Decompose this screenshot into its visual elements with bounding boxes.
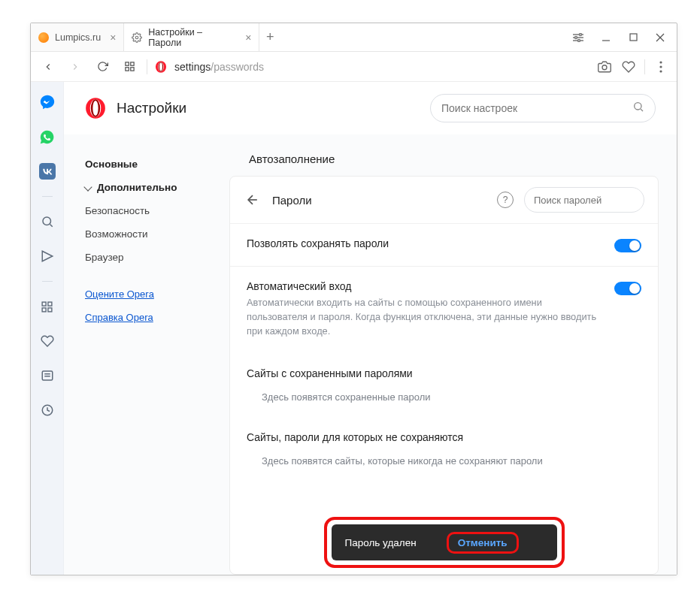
address-bar: settings/passwords bbox=[31, 52, 677, 82]
tab-title: Настройки – Пароли bbox=[148, 27, 236, 48]
easy-setup-icon[interactable] bbox=[565, 33, 591, 42]
toast-message: Пароль удален bbox=[345, 537, 417, 548]
svg-rect-8 bbox=[630, 34, 637, 41]
main: Настройки Основные Дополнительно Безопас… bbox=[31, 82, 677, 575]
heart-icon[interactable] bbox=[620, 59, 637, 75]
close-tab-icon[interactable]: × bbox=[245, 32, 251, 44]
search-icon[interactable] bbox=[38, 212, 57, 231]
saved-sites-empty: Здесь появятся сохраненные пароли bbox=[230, 385, 658, 416]
section-autofill-title: Автозаполнение bbox=[229, 148, 659, 176]
new-tab-button[interactable]: + bbox=[259, 23, 280, 51]
window-close[interactable] bbox=[648, 27, 672, 48]
nav-browser[interactable]: Браузер bbox=[85, 246, 220, 269]
snapshot-icon[interactable] bbox=[596, 59, 613, 75]
nav-reload[interactable] bbox=[92, 57, 112, 77]
link-rate-opera[interactable]: Оцените Opera bbox=[85, 282, 220, 306]
speed-dial-icon[interactable] bbox=[120, 57, 139, 77]
search-icon bbox=[632, 101, 644, 116]
settings-search[interactable] bbox=[430, 94, 656, 122]
url-field[interactable]: settings/passwords bbox=[155, 61, 589, 73]
never-save-heading: Сайты, пароли для которых не сохраняются bbox=[230, 416, 658, 449]
rail-separator bbox=[42, 196, 53, 197]
settings-side-nav: Основные Дополнительно Безопасность Возм… bbox=[64, 134, 229, 575]
tab-lumpics[interactable]: Lumpics.ru × bbox=[31, 23, 124, 51]
svg-point-24 bbox=[43, 217, 51, 225]
password-search-input[interactable] bbox=[534, 195, 659, 206]
close-tab-icon[interactable]: × bbox=[110, 32, 116, 44]
toggle-auto-login[interactable] bbox=[614, 282, 641, 295]
svg-line-25 bbox=[50, 224, 52, 226]
settings-title: Настройки bbox=[117, 100, 186, 116]
svg-point-22 bbox=[659, 70, 662, 72]
nav-advanced-label: Дополнительно bbox=[97, 182, 177, 193]
svg-point-39 bbox=[635, 103, 641, 110]
favicon-lumpics bbox=[38, 32, 49, 43]
nav-forward[interactable] bbox=[65, 57, 85, 77]
gear-icon bbox=[132, 32, 142, 43]
tab-title: Lumpics.ru bbox=[55, 32, 101, 43]
card-header: Пароли ? bbox=[230, 177, 658, 223]
settings-header: Настройки bbox=[64, 82, 677, 134]
chevron-down-icon bbox=[83, 183, 92, 191]
never-save-empty: Здесь появятся сайты, которые никогда не… bbox=[230, 449, 658, 480]
svg-rect-30 bbox=[48, 307, 52, 311]
subcontent: Основные Дополнительно Безопасность Возм… bbox=[64, 134, 677, 575]
vk-icon[interactable] bbox=[38, 162, 57, 181]
sidebar-rail bbox=[31, 82, 64, 575]
extensions-icon[interactable] bbox=[38, 297, 57, 316]
row-auto-login: Автоматический вход Автоматически входит… bbox=[230, 266, 658, 352]
nav-advanced[interactable]: Дополнительно bbox=[85, 176, 220, 199]
svg-rect-12 bbox=[130, 62, 133, 65]
back-arrow-icon[interactable] bbox=[244, 191, 262, 209]
svg-rect-27 bbox=[42, 302, 46, 306]
rail-separator bbox=[42, 281, 53, 282]
saved-sites-heading: Сайты с сохраненными паролями bbox=[230, 352, 658, 385]
content-column: Настройки Основные Дополнительно Безопас… bbox=[64, 82, 677, 575]
svg-point-5 bbox=[575, 36, 577, 38]
svg-rect-11 bbox=[125, 62, 128, 65]
history-icon[interactable] bbox=[38, 400, 57, 420]
whatsapp-icon[interactable] bbox=[38, 127, 57, 146]
settings-search-input[interactable] bbox=[441, 102, 632, 114]
link-help-opera[interactable]: Справка Opera bbox=[85, 306, 220, 329]
news-list-icon[interactable] bbox=[38, 366, 57, 385]
highlight-undo: Отменить bbox=[447, 532, 519, 554]
help-icon[interactable]: ? bbox=[497, 192, 514, 208]
highlight-frame: Пароль удален Отменить bbox=[324, 517, 565, 568]
svg-rect-29 bbox=[42, 307, 46, 311]
divider bbox=[147, 59, 147, 74]
svg-marker-26 bbox=[42, 251, 53, 261]
auto-login-title: Автоматический вход bbox=[247, 280, 602, 292]
card-title: Пароли bbox=[272, 194, 312, 207]
url-text: settings/passwords bbox=[174, 61, 264, 73]
panel-wrap: Автозаполнение Пароли ? bbox=[229, 134, 677, 575]
toggle-allow-save[interactable] bbox=[614, 239, 641, 252]
svg-point-0 bbox=[136, 36, 139, 39]
nav-security[interactable]: Безопасность bbox=[85, 199, 220, 222]
window-maximize[interactable] bbox=[621, 27, 645, 48]
personal-news-icon[interactable] bbox=[38, 246, 57, 266]
bookmarks-heart-icon[interactable] bbox=[38, 331, 57, 351]
undo-button[interactable]: Отменить bbox=[450, 534, 515, 551]
password-search[interactable] bbox=[524, 187, 644, 213]
nav-basic[interactable]: Основные bbox=[85, 153, 220, 176]
svg-point-21 bbox=[659, 65, 662, 68]
svg-point-20 bbox=[659, 61, 662, 63]
svg-point-19 bbox=[602, 65, 607, 69]
kebab-menu-icon[interactable] bbox=[653, 59, 669, 75]
address-right bbox=[596, 59, 669, 75]
divider bbox=[644, 59, 645, 74]
tab-settings[interactable]: Настройки – Пароли × bbox=[124, 23, 259, 51]
tab-strip: Lumpics.ru × Настройки – Пароли × + bbox=[31, 23, 565, 51]
passwords-card: Пароли ? Позволять сохранять пароли bbox=[229, 176, 659, 575]
nav-back[interactable] bbox=[38, 57, 58, 77]
svg-rect-28 bbox=[48, 302, 52, 306]
allow-save-label: Позволять сохранять пароли bbox=[247, 237, 602, 249]
nav-features[interactable]: Возможности bbox=[85, 222, 220, 246]
auto-login-desc: Автоматически входить на сайты с помощью… bbox=[247, 295, 602, 339]
messenger-icon[interactable] bbox=[38, 92, 57, 112]
window-minimize[interactable] bbox=[594, 27, 618, 48]
svg-point-18 bbox=[159, 62, 162, 71]
svg-point-4 bbox=[580, 33, 582, 35]
opera-logo-icon bbox=[85, 98, 106, 119]
